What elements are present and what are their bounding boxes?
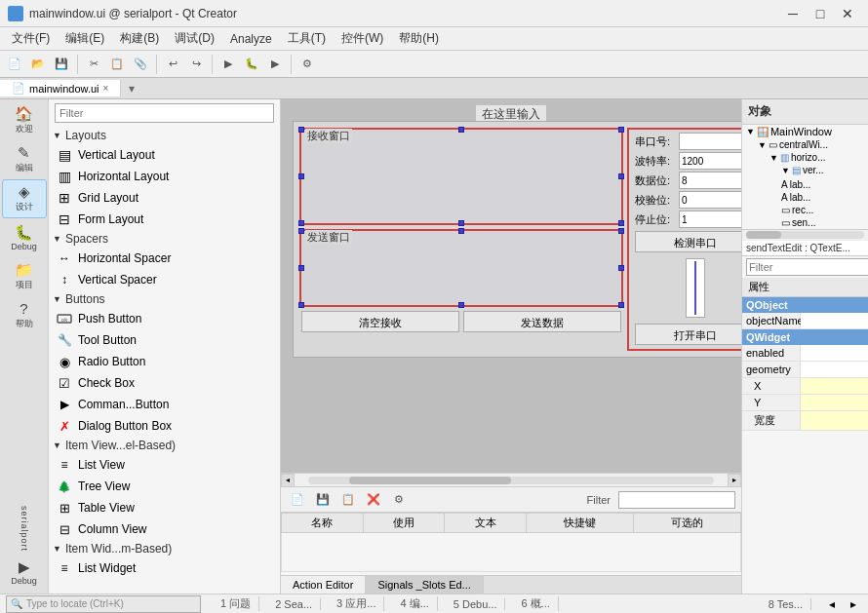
design-mode-btn[interactable]: ◈ 设计 <box>2 179 47 218</box>
tab-mainwindow[interactable]: 📄 mainwindow.ui × <box>0 80 121 96</box>
sidebar-item-command-button[interactable]: ▶ Comman...Button <box>49 394 280 415</box>
toolbar-cut[interactable]: ✂ <box>83 54 104 75</box>
layouts-group[interactable]: ▼ Layouts <box>49 127 280 144</box>
menu-help[interactable]: 帮助(H) <box>391 28 447 49</box>
stop-bits-combo[interactable]: 1 ▾ <box>679 211 741 228</box>
prop-objectname-value[interactable] <box>801 313 868 328</box>
menu-build[interactable]: 构建(B) <box>112 28 167 49</box>
prop-filter-input[interactable] <box>746 258 868 276</box>
obj-row-horizo[interactable]: ▼ ▥ horizo... <box>766 151 868 164</box>
scroll-track[interactable] <box>308 477 714 484</box>
spacers-group[interactable]: ▼ Spacers <box>49 230 280 248</box>
sidebar-item-table-view[interactable]: ⊞ Table View <box>49 497 280 518</box>
prop-geometry-value[interactable] <box>801 362 868 377</box>
sidebar-item-radio-button[interactable]: ◉ Radio Button <box>49 351 280 372</box>
action-copy-btn[interactable]: 📋 <box>337 489 359 511</box>
serialport-btn[interactable]: serialport <box>2 504 47 553</box>
status-problems[interactable]: 1 问题 <box>213 596 259 611</box>
design-canvas[interactable]: 在这里输入 接收窗口 <box>281 99 741 473</box>
debug2-btn[interactable]: ▶ Debug <box>2 553 47 592</box>
status-overview[interactable]: 6 概... <box>513 596 558 611</box>
obj-row-rec[interactable]: ▭ rec... <box>742 204 868 216</box>
obj-row-central[interactable]: ▼ ▭ centralWi... <box>754 138 868 151</box>
sidebar-item-check-box[interactable]: ☑ Check Box <box>49 372 280 394</box>
prop-width-value[interactable] <box>801 411 868 430</box>
debug-mode-btn[interactable]: 🐛 Debug <box>2 218 47 257</box>
sidebar-item-horizontal-layout[interactable]: ▥ Horizontal Layout <box>49 166 280 187</box>
action-new-btn[interactable]: 📄 <box>287 489 308 511</box>
prop-enabled-value[interactable] <box>801 345 868 361</box>
buttons-group[interactable]: ▼ Buttons <box>49 290 280 308</box>
status-debug[interactable]: 5 Debu... <box>446 598 506 610</box>
obj-row-lab2[interactable]: A lab... <box>742 191 868 204</box>
canvas-h-scroll[interactable]: ◂ ▸ <box>281 473 741 486</box>
close-btn[interactable]: ✕ <box>835 4 860 23</box>
parity-combo[interactable]: 0 ▾ <box>679 191 741 209</box>
status-next-btn[interactable]: ▸ <box>845 595 862 613</box>
baud-rate-combo[interactable]: 1200 ▾ <box>679 152 741 170</box>
toolbar-new[interactable]: 📄 <box>4 54 25 75</box>
toolbar-undo[interactable]: ↩ <box>162 54 183 75</box>
sidebar-item-push-button[interactable]: ok Push Button <box>49 308 280 329</box>
toolbar-run[interactable]: ▶ <box>264 54 286 75</box>
sidebar-filter-input[interactable] <box>55 103 274 123</box>
sidebar-item-horizontal-spacer[interactable]: ↔ Horizontal Spacer <box>49 248 280 269</box>
sidebar-item-tree-view[interactable]: 🌲 Tree View <box>49 476 280 497</box>
menu-tools[interactable]: 工具(T) <box>280 28 334 49</box>
sidebar-item-list-view[interactable]: ≡ List View <box>49 454 280 476</box>
edit-mode-btn[interactable]: ✎ 编辑 <box>2 140 47 179</box>
toolbar-redo[interactable]: ↪ <box>185 54 207 75</box>
obj-row-sen[interactable]: ▭ sen... <box>742 216 868 229</box>
data-bits-combo[interactable]: 8 ▾ <box>679 172 741 189</box>
tab-dropdown[interactable]: ▾ <box>125 80 138 97</box>
signals-slots-tab[interactable]: Signals _Slots Ed... <box>366 576 483 594</box>
toolbar-debug[interactable]: 🐛 <box>241 54 262 75</box>
projects-btn[interactable]: 📁 项目 <box>2 257 47 296</box>
action-delete-btn[interactable]: ❌ <box>363 489 384 511</box>
menu-debug[interactable]: 调试(D) <box>167 28 222 49</box>
sidebar-item-tool-button[interactable]: 🔧 Tool Button <box>49 329 280 351</box>
send-data-btn[interactable]: 发送数据 <box>463 311 621 332</box>
locate-bar[interactable]: 🔍 Type to locate (Ctrl+K) <box>6 595 201 613</box>
toolbar-paste[interactable]: 📎 <box>130 54 151 75</box>
sidebar-item-vertical-layout[interactable]: ▤ Vertical Layout <box>49 144 280 166</box>
detect-serial-btn[interactable]: 检测串口 <box>635 231 741 252</box>
toolbar-build[interactable]: ▶ <box>217 54 239 75</box>
maximize-btn[interactable]: □ <box>808 4 833 23</box>
menu-file[interactable]: 文件(F) <box>4 28 58 49</box>
welcome-btn[interactable]: 🏠 欢迎 <box>2 101 47 140</box>
sidebar-item-column-view[interactable]: ⊟ Column View <box>49 518 280 540</box>
sidebar-item-dialog-button[interactable]: ✗ Dialog Button Box <box>49 415 280 437</box>
status-prev-btn[interactable]: ◂ <box>823 595 841 613</box>
sidebar-item-list-widget[interactable]: ≡ List Widget <box>49 557 280 579</box>
obj-row-lab1[interactable]: A lab... <box>742 178 868 191</box>
open-port-btn[interactable]: 打开串口 <box>635 324 741 345</box>
scroll-right-btn[interactable]: ▸ <box>728 474 741 487</box>
status-test[interactable]: 8 Tes... <box>761 598 811 610</box>
menu-analyze[interactable]: Analyze <box>222 30 280 48</box>
menu-edit[interactable]: 编辑(E) <box>58 28 112 49</box>
status-edit[interactable]: 4 编... <box>392 596 437 611</box>
item-views-group[interactable]: ▼ Item View...el-Based) <box>49 437 280 454</box>
action-save-btn[interactable]: 💾 <box>312 489 334 511</box>
port-num-combo[interactable]: ▾ <box>679 133 741 150</box>
menu-widgets[interactable]: 控件(W) <box>334 28 391 49</box>
toolbar-settings[interactable]: ⚙ <box>296 54 318 75</box>
status-app[interactable]: 3 应用... <box>329 596 384 611</box>
toolbar-open[interactable]: 📂 <box>27 54 49 75</box>
help-strip-btn[interactable]: ? 帮助 <box>2 296 47 335</box>
prop-x-value[interactable] <box>801 378 868 394</box>
tab-close-btn[interactable]: × <box>103 83 109 94</box>
obj-row-mainwindow[interactable]: ▼ 🪟 MainWindow <box>742 125 868 138</box>
sidebar-item-vertical-spacer[interactable]: ↕ Vertical Spacer <box>49 269 280 290</box>
sidebar-item-form-layout[interactable]: ⊟ Form Layout <box>49 209 280 230</box>
toolbar-save[interactable]: 💾 <box>51 54 72 75</box>
action-settings-btn[interactable]: ⚙ <box>388 489 410 511</box>
obj-h-track[interactable] <box>746 231 864 239</box>
action-editor-tab[interactable]: Action Editor <box>281 576 366 594</box>
action-filter-input[interactable] <box>618 491 735 509</box>
scroll-left-btn[interactable]: ◂ <box>281 474 295 487</box>
item-widgets-group[interactable]: ▼ Item Wid...m-Based) <box>49 540 280 557</box>
clear-recv-btn[interactable]: 清空接收 <box>301 311 459 332</box>
toolbar-copy[interactable]: 📋 <box>106 54 128 75</box>
